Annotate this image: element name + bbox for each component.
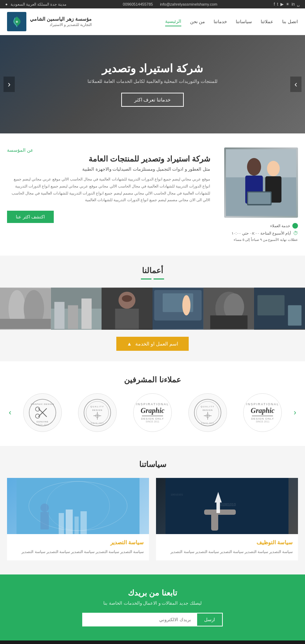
policies-grid: 01001010 10010101 سياسة التوظيف سياسة ال… <box>7 478 298 560</box>
policy-desc-1: سياسة التصدير سياسة التصدير سياسة التصدي… <box>161 548 293 555</box>
svg-text:QUALITY: QUALITY <box>201 406 215 408</box>
hero-prev-arrow[interactable]: ‹ <box>4 77 15 92</box>
svg-point-4 <box>247 158 261 176</box>
client-logo-3[interactable]: INSPIRATIONAL Graphic DESIGN ONLY SINCE … <box>133 393 172 432</box>
clients-prev-arrow[interactable]: ‹ <box>292 406 298 419</box>
newsletter-email-input[interactable] <box>82 613 196 626</box>
policies-section: سياساتنا 01001010 10010101 سياسة الت <box>0 446 305 574</box>
customer-service-label: خدمة العملاء <box>270 224 290 228</box>
svg-point-24 <box>122 295 132 302</box>
policy-image-2 <box>7 478 149 534</box>
phone-info: 00960514455785 <box>123 2 153 6</box>
client-logo-2[interactable]: QUALITY DESIGN SINCE 2011 <box>188 393 227 432</box>
discover-button[interactable]: اكتشف اكثر عنا <box>7 211 54 223</box>
line-seg-2 <box>141 278 151 280</box>
weekend-text: عطلات نهاية الأسبوع من ٩ صباحاً إلى ٥ مس… <box>221 238 298 242</box>
client-logo-4[interactable]: QUALITY DESIGN SINCE 2011 <box>78 393 117 432</box>
svg-text:GENUINE: GENUINE <box>37 421 48 423</box>
work-item-4[interactable] <box>102 288 152 330</box>
work-btn-icon: ▲ <box>127 341 132 347</box>
works-title-line <box>141 278 164 280</box>
about-content: عن المؤسسة شركة استيراد وتصدير للمنتجات … <box>7 147 210 223</box>
youtube-icon[interactable]: ▶ <box>280 2 284 7</box>
work-item-3[interactable] <box>152 288 203 330</box>
work-item-6[interactable] <box>0 288 51 330</box>
client-logo-1[interactable]: INSPIRATIONAL Graphic DESIGN ONLY SINCE … <box>243 393 282 432</box>
nav-about[interactable]: من نحن <box>190 17 205 26</box>
work-service-button[interactable]: اسم العمل او الخدمة ▲ <box>116 337 189 351</box>
rss-icon[interactable]: ␣ <box>297 2 300 7</box>
policy-name-1: سياسة التوظيف <box>161 539 293 546</box>
newsletter-subtitle: ليصلك جديد المقالات و الاعمال والخدمات ا… <box>7 600 298 606</box>
svg-rect-12 <box>288 305 302 326</box>
footer: مؤسسة زهر الياسمين الشامي التجارية للتصد… <box>0 640 305 644</box>
clients-title: عملاءنا المشرفين <box>7 375 298 385</box>
customer-service-icon <box>292 223 298 229</box>
location-icon: ● <box>5 2 8 6</box>
top-bar-right: مدينة جدة المملكة العربية السعودية ● <box>5 2 66 7</box>
policy-card-1: 01001010 10010101 سياسة التوظيف سياسة ال… <box>156 478 298 560</box>
svg-text:QUALITY: QUALITY <box>91 406 105 408</box>
svg-text:GRAPHIC DESIGN: GRAPHIC DESIGN <box>31 403 54 405</box>
newsletter-section: تابعنا من بريدك ليصلك جديد المقالات و ال… <box>0 574 305 640</box>
about-image <box>224 147 298 218</box>
twitter-icon[interactable]: t <box>277 2 278 7</box>
svg-rect-17 <box>210 315 247 329</box>
clients-logos: INSPIRATIONAL Graphic DESIGN ONLY SINCE … <box>18 393 286 432</box>
clients-carousel: ‹ INSPIRATIONAL Graphic DESIGN ONLY SINC… <box>7 393 298 432</box>
svg-rect-34 <box>0 319 51 329</box>
nav-policies[interactable]: سياساتنا <box>236 17 252 26</box>
logo-text: مؤسسة زهر الياسمين الشامي التجارية للتصد… <box>30 16 92 27</box>
about-text: موقع عربي مجاني ليضم جميع انواع الدورات … <box>7 176 210 204</box>
clients-next-arrow[interactable]: › <box>7 406 13 419</box>
svg-text:SINCE 2011: SINCE 2011 <box>36 423 49 426</box>
svg-rect-9 <box>248 192 271 204</box>
about-image-col: خدمة العملاء ⏱ أيام الأسبوع المتاحة ٠٨:٠… <box>221 147 298 242</box>
policy-image-1: 01001010 10010101 <box>156 478 298 534</box>
clients-section: عملاءنا المشرفين ‹ INSPIRATIONAL Graphic… <box>0 361 305 446</box>
about-section: خدمة العملاء ⏱ أيام الأسبوع المتاحة ٠٨:٠… <box>0 133 305 256</box>
header: اتصل بنا عملائنا سياساتنا خدماتنا من نحن… <box>0 8 305 35</box>
svg-rect-72 <box>74 517 79 534</box>
about-main-title: شركة استيراد وتصدير للمنتجات العامة <box>7 155 210 164</box>
svg-text:SINCE 2011: SINCE 2011 <box>91 422 104 424</box>
newsletter-submit-button[interactable]: ارسل <box>196 613 223 626</box>
top-bar-center: info@zahrelyassminelshamy.com 0096051445… <box>123 2 218 6</box>
svg-point-1 <box>16 21 18 23</box>
svg-text:SINCE 2011: SINCE 2011 <box>201 422 214 424</box>
hero-cta-button[interactable]: خدماتنا تعرف اكثر <box>121 93 184 107</box>
linkedin-icon[interactable]: in <box>292 2 295 7</box>
client-logo-5[interactable]: GRAPHIC DESIGN GENUINE SINCE 2011 <box>23 393 62 432</box>
top-bar-left: ␣ in ☀ ▶ t f <box>274 2 300 7</box>
nav-clients[interactable]: عملائنا <box>261 17 273 26</box>
svg-rect-70 <box>59 513 64 534</box>
hero-next-arrow[interactable]: › <box>290 77 301 92</box>
work-item-2[interactable] <box>203 288 254 330</box>
hours-text: أيام الأسبوع المتاحة ٠٨:٠٠ حتي ١٠:٠٠ <box>232 231 291 236</box>
newsletter-form: ارسل <box>82 613 223 626</box>
about-image-inner <box>224 147 298 218</box>
instagram-icon[interactable]: ☀ <box>286 2 290 7</box>
work-item-1[interactable] <box>254 288 305 330</box>
nav-services[interactable]: خدماتنا <box>214 17 227 26</box>
logo-icon <box>7 12 26 31</box>
svg-text:DESIGN: DESIGN <box>202 409 213 411</box>
facebook-icon[interactable]: f <box>274 2 275 7</box>
hero-title: شركة استيراد وتصدير <box>87 62 217 75</box>
works-section: أعمالنا <box>0 256 305 361</box>
svg-text:DESIGN: DESIGN <box>92 409 103 411</box>
hours-row: ⏱ أيام الأسبوع المتاحة ٠٨:٠٠ حتي ١٠:٠٠ <box>221 230 298 236</box>
works-title: أعمالنا <box>0 266 305 275</box>
svg-point-6 <box>267 161 280 176</box>
logo-area: مؤسسة زهر الياسمين الشامي التجارية للتصد… <box>7 12 92 31</box>
nav-contact[interactable]: اتصل بنا <box>282 17 298 26</box>
policy-info-2: سياسة التصدير سياسة التصدير سياسة التصدي… <box>7 534 149 560</box>
nav-home[interactable]: الرئيسية <box>165 17 181 26</box>
svg-rect-11 <box>258 295 285 315</box>
works-title-wrap: أعمالنا <box>0 266 305 281</box>
main-nav: اتصل بنا عملائنا سياساتنا خدماتنا من نحن… <box>165 17 298 26</box>
svg-text:10010101: 10010101 <box>170 493 183 496</box>
work-item-5[interactable] <box>51 288 102 330</box>
customer-service-row: خدمة العملاء <box>221 223 298 229</box>
about-service-info: خدمة العملاء ⏱ أيام الأسبوع المتاحة ٠٨:٠… <box>221 223 298 242</box>
